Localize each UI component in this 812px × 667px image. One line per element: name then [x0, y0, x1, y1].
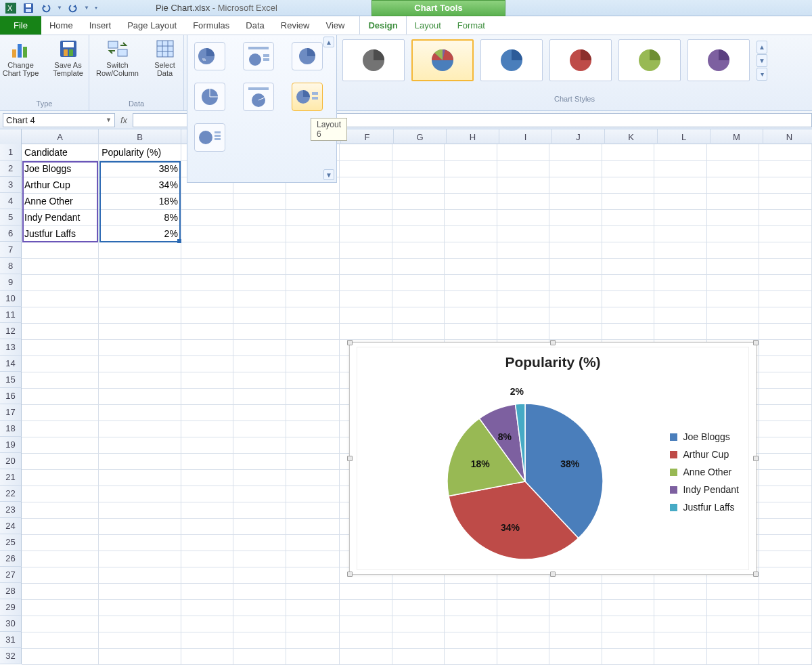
cell-E16[interactable] — [286, 388, 339, 404]
cell-B22[interactable] — [99, 486, 181, 502]
tab-home[interactable]: Home — [41, 16, 81, 35]
cell-L12[interactable] — [654, 323, 707, 339]
cell-A30[interactable] — [22, 616, 99, 632]
cell-C29[interactable] — [181, 599, 233, 616]
cell-D12[interactable] — [233, 323, 286, 339]
cell-B6[interactable]: 2% — [99, 225, 181, 242]
cell-E13[interactable] — [286, 339, 339, 356]
cell-D21[interactable] — [233, 469, 286, 486]
row-header-21[interactable]: 21 — [0, 469, 22, 486]
cell-K4[interactable] — [602, 193, 654, 209]
cell-J29[interactable] — [549, 599, 602, 616]
cell-A5[interactable]: Indy Pendant — [22, 209, 99, 225]
cell-A1[interactable]: Candidate — [22, 144, 99, 160]
layout-option-3[interactable] — [292, 42, 323, 70]
cell-N20[interactable] — [759, 453, 812, 469]
cell-C30[interactable] — [181, 616, 233, 632]
cell-D28[interactable] — [233, 583, 286, 599]
cell-F4[interactable] — [340, 193, 392, 209]
col-header-F[interactable]: F — [341, 129, 394, 144]
chart-style-2[interactable] — [411, 39, 474, 81]
cell-H8[interactable] — [445, 258, 497, 274]
cell-N7[interactable] — [759, 242, 812, 258]
cell-A21[interactable] — [22, 469, 99, 486]
col-header-M[interactable]: M — [710, 129, 763, 144]
col-header-H[interactable]: H — [447, 129, 499, 144]
cell-C11[interactable] — [181, 307, 233, 323]
row-header-20[interactable]: 20 — [0, 453, 22, 469]
cell-J6[interactable] — [549, 225, 602, 242]
cell-A26[interactable] — [22, 551, 99, 567]
cell-G4[interactable] — [392, 193, 445, 209]
pie-plot[interactable] — [437, 393, 613, 569]
cell-E26[interactable] — [286, 551, 339, 567]
cell-G7[interactable] — [392, 242, 445, 258]
cell-M8[interactable] — [706, 258, 759, 274]
cell-C7[interactable] — [181, 242, 233, 258]
cell-E15[interactable] — [286, 372, 339, 388]
cell-N12[interactable] — [759, 323, 812, 339]
cell-G29[interactable] — [392, 599, 445, 616]
switch-row-column-button[interactable]: Switch Row/Column — [91, 37, 144, 77]
cell-A25[interactable] — [22, 534, 99, 551]
cell-D10[interactable] — [233, 291, 286, 307]
cell-B25[interactable] — [99, 534, 181, 551]
cell-J10[interactable] — [549, 291, 602, 307]
cell-C8[interactable] — [181, 258, 233, 274]
cell-I1[interactable] — [497, 144, 549, 160]
cell-D11[interactable] — [233, 307, 286, 323]
cell-H30[interactable] — [445, 616, 497, 632]
cell-N14[interactable] — [759, 356, 812, 372]
select-data-button[interactable]: Select Data — [148, 37, 182, 77]
cell-N18[interactable] — [759, 421, 812, 437]
row-header-22[interactable]: 22 — [0, 486, 22, 502]
cell-N1[interactable] — [759, 144, 812, 160]
legend-item[interactable]: Joe Bloggs — [670, 431, 739, 442]
cell-K31[interactable] — [602, 632, 654, 648]
cell-D32[interactable] — [233, 648, 286, 664]
cell-L28[interactable] — [654, 583, 707, 599]
cell-D14[interactable] — [233, 356, 286, 372]
chart-object[interactable]: Popularity (%) Joe BloggsArthur CupAnne … — [349, 342, 757, 575]
cell-M31[interactable] — [706, 632, 759, 648]
cell-N10[interactable] — [759, 291, 812, 307]
cell-E19[interactable] — [286, 437, 339, 453]
row-header-31[interactable]: 31 — [0, 632, 22, 648]
cell-B14[interactable] — [99, 356, 181, 372]
layout-option-2[interactable] — [243, 42, 274, 70]
cell-J12[interactable] — [549, 323, 602, 339]
cell-K32[interactable] — [602, 648, 654, 664]
cell-M5[interactable] — [706, 209, 759, 225]
name-box-dropdown-icon[interactable]: ▼ — [106, 116, 112, 123]
cell-C4[interactable] — [181, 193, 233, 209]
resize-handle[interactable] — [550, 572, 556, 577]
cell-L8[interactable] — [654, 258, 707, 274]
cell-I2[interactable] — [497, 160, 549, 177]
cell-E30[interactable] — [286, 616, 339, 632]
cell-B29[interactable] — [99, 599, 181, 616]
cell-H9[interactable] — [445, 274, 497, 291]
cell-F30[interactable] — [340, 616, 392, 632]
cell-E25[interactable] — [286, 534, 339, 551]
cell-B13[interactable] — [99, 339, 181, 356]
row-header-11[interactable]: 11 — [0, 307, 22, 323]
resize-handle[interactable] — [347, 456, 353, 461]
cell-L30[interactable] — [654, 616, 707, 632]
cell-J2[interactable] — [549, 160, 602, 177]
tab-page-layout[interactable]: Page Layout — [119, 16, 185, 35]
cell-A15[interactable] — [22, 372, 99, 388]
cell-F29[interactable] — [340, 599, 392, 616]
cell-E18[interactable] — [286, 421, 339, 437]
cell-E24[interactable] — [286, 518, 339, 534]
cell-N2[interactable] — [759, 160, 812, 177]
cell-C21[interactable] — [181, 469, 233, 486]
chart-style-6[interactable] — [687, 39, 750, 81]
row-header-6[interactable]: 6 — [0, 225, 22, 242]
row-header-25[interactable]: 25 — [0, 534, 22, 551]
cell-N17[interactable] — [759, 404, 812, 421]
cell-A24[interactable] — [22, 518, 99, 534]
cell-N11[interactable] — [759, 307, 812, 323]
cell-I8[interactable] — [497, 258, 549, 274]
cell-C22[interactable] — [181, 486, 233, 502]
cell-A2[interactable]: Joe Bloggs — [22, 160, 99, 177]
